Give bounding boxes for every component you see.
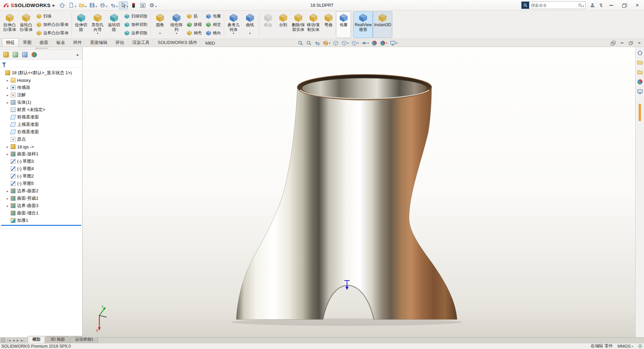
model-3d-view[interactable]: Y X [83, 47, 635, 337]
ribbon-tab[interactable]: SOLIDWORKS 插件 [154, 38, 201, 47]
expand-arrow-icon[interactable]: ▸ [7, 204, 10, 208]
ribbon-large-button[interactable]: RealView 图形 ▾ [353, 11, 373, 38]
feature-tree-item[interactable]: ▸ 曲面-剪裁1 [0, 195, 82, 202]
help-caret[interactable]: ▾ [601, 5, 602, 8]
feature-tree-item[interactable]: ▸ (-) 草图2 [0, 172, 82, 180]
tree-filter-row[interactable] [0, 60, 82, 68]
ribbon-large-button[interactable]: 拉伸切 除 ▾ [73, 11, 89, 38]
print-button[interactable] [98, 1, 107, 9]
ribbon-small-button[interactable]: 扫描 [35, 12, 70, 20]
view-settings-button[interactable]: ▾ [389, 40, 398, 46]
ribbon-tab[interactable]: 草图 [19, 38, 36, 47]
ribbon-large-button[interactable]: 旋转切 除 ▾ [106, 11, 122, 38]
select-caret[interactable]: ▾ [127, 5, 128, 8]
ribbon-small-button[interactable]: 筋 [185, 12, 203, 20]
search-input[interactable] [529, 3, 578, 8]
new-document-button[interactable] [67, 1, 76, 9]
restore-button[interactable] [619, 1, 630, 10]
hide-show-items-button[interactable]: ▾ [360, 40, 370, 46]
options-list-button[interactable] [138, 1, 147, 9]
feature-tree-item[interactable]: ▸ 原点 [0, 136, 82, 143]
help-button[interactable]: ?▾ [599, 2, 603, 8]
ribbon-medium-button[interactable]: 包覆 ▾ [336, 11, 351, 38]
expand-arrow-icon[interactable]: ▸ [7, 86, 10, 90]
options-button[interactable] [147, 1, 156, 9]
viewport-split-icon[interactable] [1, 338, 5, 342]
featuremanager-tab-icon[interactable] [3, 52, 9, 57]
document-view-tab[interactable]: 3D 视图 [46, 336, 69, 343]
expand-arrow-icon[interactable]: ▸ [7, 79, 10, 82]
expand-arrow-icon[interactable]: ▸ [7, 152, 10, 156]
ribbon-large-button[interactable]: Instant3D ▾ [373, 11, 392, 38]
feature-tree-item[interactable]: ▸ 材质 <未指定> [0, 106, 82, 113]
command-search-box[interactable]: ▾ [521, 1, 586, 9]
ribbon-small-button[interactable]: 放样凸台/基体 [35, 21, 70, 29]
panel-splitter-handle[interactable] [0, 47, 82, 50]
new-document-caret[interactable]: ▾ [75, 5, 76, 8]
doc-minimize-icon[interactable] [619, 40, 625, 46]
display-style-button[interactable]: ▾ [350, 40, 360, 46]
cascade-windows-icon[interactable] [610, 40, 616, 46]
selection-filter-button[interactable] [129, 1, 138, 9]
displaymanager-tab-icon[interactable] [32, 52, 37, 57]
save-caret[interactable]: ▾ [96, 5, 97, 8]
ribbon-tab[interactable]: 直接编辑 [86, 38, 111, 47]
ribbon-medium-button[interactable]: 组合 ▾ [260, 11, 276, 38]
ribbon-large-button[interactable]: 拉伸凸 台/基体 ▾ [1, 11, 18, 38]
ribbon-large-button[interactable]: 圆角 ▾ [152, 11, 168, 38]
feature-tree-item[interactable]: ▸ 上视基准面 [0, 121, 82, 128]
ribbon-tab[interactable]: 特征 [2, 38, 19, 47]
configurationmanager-tab-icon[interactable] [22, 52, 28, 57]
feature-tree-item[interactable]: ▸ 右视基准面 [0, 128, 82, 136]
ribbon-small-button[interactable]: 放样切割 [123, 21, 149, 29]
taskpane-file-explorer-icon[interactable] [637, 69, 643, 75]
feature-tree-item[interactable]: ▸ 曲面-缝合1 [0, 209, 82, 217]
feature-tree-item[interactable]: ▸ 实体(1) [0, 99, 82, 106]
ribbon-medium-button[interactable]: 弯曲 ▾ [321, 11, 336, 38]
expand-arrow-icon[interactable]: ▸ [7, 197, 10, 200]
solidworks-logo[interactable]: SSOLIDWORKS ▶ [1, 2, 58, 9]
edit-appearance-button[interactable] [370, 40, 378, 46]
taskpane-appearances-icon[interactable] [637, 79, 643, 85]
ribbon-small-button[interactable]: 抽壳 [185, 29, 203, 37]
expand-arrow-icon[interactable]: ▸ [7, 93, 10, 97]
feature-tree-item[interactable]: ▸ 18.igs -> [0, 143, 82, 150]
ribbon-tab[interactable]: 渲染工具 [128, 38, 154, 47]
expand-arrow-icon[interactable]: ▸ [7, 189, 10, 193]
home-button[interactable] [58, 1, 67, 9]
graphics-area[interactable]: Y X [83, 47, 635, 337]
tab-scroll-buttons[interactable]: |◀ ◀ ▶ ▶| [6, 339, 28, 343]
open-caret[interactable]: ▾ [85, 5, 87, 8]
ribbon-small-button[interactable]: 镜向 [204, 29, 222, 37]
ribbon-tab[interactable]: 评估 [111, 38, 128, 47]
units-selector[interactable]: MMGS ▴ [617, 344, 633, 349]
zoom-to-area-button[interactable] [305, 40, 313, 46]
document-view-tab[interactable]: 模型 [28, 336, 45, 343]
feature-tree-item[interactable]: ▸ History [0, 77, 82, 84]
options-caret[interactable]: ▾ [155, 5, 157, 8]
feature-tree-item[interactable]: ▸ (-) 草图3 [0, 158, 82, 165]
taskpane-home-icon[interactable] [637, 50, 643, 56]
propertymanager-tab-icon[interactable] [13, 52, 18, 57]
globe-icon[interactable] [638, 344, 643, 349]
ribbon-small-button[interactable]: 扫描切除 [123, 12, 149, 20]
feature-tree-item[interactable]: ▸ 18 (默认<<默认>_显示状态 1>) [0, 69, 82, 77]
ribbon-tab[interactable]: 钣金 [52, 38, 69, 47]
feature-tree-item[interactable]: ▸ 边界-曲面3 [0, 202, 82, 209]
ribbon-large-button[interactable]: 线性阵 列 ▾ [168, 11, 185, 38]
feature-tree-item[interactable]: ▸ 前视基准面 [0, 113, 82, 121]
feature-tree-item[interactable]: ▸ 传感器 [0, 84, 82, 91]
undo-button[interactable] [108, 1, 117, 9]
print-caret[interactable]: ▾ [106, 5, 107, 8]
ribbon-medium-button[interactable]: 移动/复 制实体 ▾ [306, 11, 321, 38]
undo-caret[interactable]: ▾ [116, 5, 118, 8]
save-button[interactable] [88, 1, 97, 9]
taskpane-scroll-indicator[interactable] [639, 104, 641, 121]
ribbon-medium-button[interactable]: 分割 ▾ [276, 11, 291, 38]
expand-arrow-icon[interactable]: ▸ [7, 145, 10, 149]
annotation-views-button[interactable] [332, 40, 340, 46]
ribbon-tab[interactable]: MBD [201, 39, 219, 47]
select-button[interactable] [119, 1, 128, 9]
feature-tree-item[interactable]: ▸ (-) 草图5 [0, 180, 82, 187]
ribbon-large-button[interactable]: 参考几 何体 ▾ [225, 11, 242, 38]
